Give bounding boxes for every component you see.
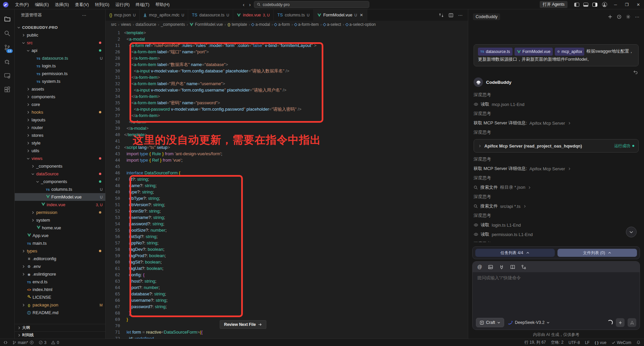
workflow-icon[interactable] — [521, 265, 526, 270]
tree-item-api[interactable]: api — [15, 47, 105, 54]
open-agents-button[interactable]: 打开 Agents — [540, 1, 568, 8]
code-line-63[interactable]: 63 host?: string; — [106, 278, 468, 284]
command-search-input[interactable]: codebuddy-pro — [254, 1, 369, 8]
tree-item-src[interactable]: src — [15, 39, 105, 47]
chat-step[interactable]: 读取mcp.json L1-End — [474, 100, 639, 109]
tree-item-App.vue[interactable]: App.vue — [15, 232, 105, 239]
tree-item-index.html[interactable]: <>index.html — [15, 286, 105, 293]
code-line-64[interactable]: 64 port?: number; — [106, 284, 468, 291]
chat-step[interactable]: 深度思考 — [474, 239, 639, 242]
explorer-more-icon[interactable]: ⋯ — [82, 13, 87, 18]
editor-tab-mcp_apifox.mdc[interactable]: mcp_apifox.mdcU — [140, 9, 188, 21]
toggle-sidebar-icon[interactable] — [574, 3, 579, 7]
code-line-54[interactable]: 54 password?: string; — [106, 221, 468, 227]
tree-item-_components[interactable]: _components — [15, 178, 105, 185]
code-line-33[interactable]: 33 <a-input v-model:value="form.config.u… — [106, 87, 468, 93]
breadcrumb-item-a-select[interactable]: a-select — [323, 22, 341, 27]
chat-step[interactable]: 搜索文件根目录 *.json — [474, 183, 639, 192]
close-tab-icon[interactable]: ✕ — [360, 13, 363, 17]
menu-item[interactable]: 编辑(E) — [32, 2, 52, 7]
code-line-58[interactable]: 58 tagDev?: boolean; — [106, 246, 468, 252]
code-line-50[interactable]: 50 dbType?: string; — [106, 195, 468, 201]
chat-step[interactable]: 获取 MCP Server 详细信息:Apifox Mcp Server — [474, 118, 639, 128]
panel-title[interactable]: CodeBuddy — [473, 13, 500, 20]
chat-step[interactable]: 深度思考 — [474, 90, 639, 100]
code-line-46[interactable]: 46 interface DataSourceForm { — [106, 170, 468, 176]
undo-icon[interactable] — [633, 70, 638, 75]
tree-item-CODEBUDDY-PRO[interactable]: CODEBUDDY-PRO — [15, 23, 105, 31]
menu-item[interactable]: 运行(R) — [112, 2, 132, 7]
code-line-43[interactable]: 43 import type { Rule } from 'ant-design… — [106, 151, 468, 157]
model-selector[interactable]: DeepSeek-V3.2 — [507, 320, 550, 325]
code-line-29[interactable]: 29 <a-form-item label="数据库名" name="datab… — [106, 61, 468, 68]
code-line-65[interactable]: 65 database?: string; — [106, 291, 468, 297]
tree-item-_components[interactable]: _components — [15, 162, 105, 170]
cursor-position[interactable]: 行 19, 列 67 — [525, 340, 546, 345]
menu-item[interactable]: 选择(S) — [52, 2, 72, 7]
code-line-45[interactable]: 45 — [106, 163, 468, 170]
enhance-prompt-button[interactable] — [616, 318, 625, 327]
code-line-35[interactable]: 35 <a-form-item label="密码" name="passwor… — [106, 100, 468, 106]
editor-more-icon[interactable]: ⋯ — [458, 13, 463, 18]
code-line-51[interactable]: 51 dbVersion?: string; — [106, 201, 468, 208]
breadcrumb-item-template[interactable]: {}template — [227, 22, 247, 27]
code-editor[interactable]: 1<template>2 <a-modal11 <a-form ref="rul… — [106, 28, 468, 339]
tree-item-layouts[interactable]: layouts — [15, 116, 105, 124]
code-line-34[interactable]: 34 </a-form-item> — [106, 93, 468, 100]
chat-step[interactable]: 搜索文件src/api *.ts — [474, 201, 639, 211]
tree-item-public[interactable]: public — [15, 31, 105, 39]
tree-item-FormModel.vue[interactable]: FormModel.vueU — [15, 193, 105, 201]
code-line-37[interactable]: 37 </a-form-item> — [106, 112, 468, 119]
tree-item-index.vue[interactable]: index.vue3, U — [15, 201, 105, 209]
tree-item-package.json[interactable]: {}package.jsonM — [15, 301, 105, 309]
code-line-61[interactable]: 61 tagUat?: boolean; — [106, 265, 468, 272]
settings-gear-icon[interactable] — [626, 14, 631, 19]
tree-item-permission.ts[interactable]: TSpermission.ts — [15, 70, 105, 77]
split-editor-icon[interactable] — [448, 13, 453, 18]
code-line-44[interactable]: 44 import type { Ref } from 'vue'; — [106, 157, 468, 163]
editor-tab-mcp.json[interactable]: {}mcp.jsonU — [106, 9, 140, 21]
sidebar-section-时间线[interactable]: 时间线 — [15, 331, 105, 339]
code-line-31[interactable]: 31 </a-form-item> — [106, 74, 468, 80]
code-line-39[interactable]: 39 </a-modal> — [106, 125, 468, 131]
code-line-56[interactable]: 56 initSql?: string; — [106, 233, 468, 240]
mcp-tool-call[interactable]: Apifox Mcp Server (read_project_oas_hqwd… — [474, 139, 639, 153]
tree-item-.env[interactable]: ⚙.env — [15, 263, 105, 270]
code-line-57[interactable]: 57 appNo?: string; — [106, 240, 468, 246]
tree-item-home.vue[interactable]: home.vue — [15, 224, 105, 232]
code-line-47[interactable]: 47 id?: string; — [106, 176, 468, 182]
breadcrumb-item-dataSource[interactable]: dataSource — [136, 22, 156, 27]
eol[interactable]: LF — [585, 340, 590, 345]
tree-item-assets[interactable]: assets — [15, 85, 105, 93]
chat-step[interactable]: 深度思考 — [474, 211, 639, 220]
code-line-68[interactable]: 68 }; — [106, 310, 468, 316]
code-line-69[interactable]: 69 } — [106, 316, 468, 323]
tree-item-dataSource[interactable]: dataSource — [15, 170, 105, 178]
chat-step[interactable]: 深度思考 — [474, 155, 639, 164]
minimize-button[interactable]: ─ — [610, 0, 621, 9]
code-line-52[interactable]: 52 connStr?: string; — [106, 208, 468, 214]
code-line-71[interactable]: 71 let form = reactive<DataSourceForm>({ — [106, 329, 468, 335]
warning-count[interactable]: 0 — [51, 340, 59, 345]
menu-item[interactable]: 转到(G) — [92, 2, 112, 7]
docs-icon[interactable] — [510, 265, 515, 270]
tree-item-types[interactable]: types — [15, 247, 105, 255]
chat-step[interactable]: 深度思考 — [474, 128, 639, 137]
tree-item-hooks[interactable]: hooks — [15, 108, 105, 116]
chat-step[interactable]: 深度思考 — [474, 109, 639, 118]
code-line-62[interactable]: 62 config: { — [106, 272, 468, 278]
tree-item-.eslintignore[interactable]: ◉.eslintignore — [15, 270, 105, 278]
extensions-icon[interactable] — [0, 82, 15, 97]
code-line-32[interactable]: 32 <a-form-item label="用户名" name="userna… — [106, 80, 468, 87]
menu-item[interactable]: 查看(V) — [72, 2, 92, 7]
code-line-48[interactable]: 48 name?: string; — [106, 182, 468, 189]
tree-item-permission[interactable]: permission — [15, 209, 105, 216]
tree-item-system[interactable]: system — [15, 216, 105, 224]
toggle-secondary-sidebar-icon[interactable] — [592, 3, 597, 7]
open-changes-icon[interactable] — [439, 13, 444, 18]
context-chip-FormModel.vue[interactable]: FormModel.vue — [515, 48, 553, 56]
code-line-70[interactable]: 70 — [106, 323, 468, 329]
breadcrumb-item-src[interactable]: src — [111, 22, 116, 27]
menu-item[interactable]: 文件(F) — [12, 2, 32, 7]
code-line-1[interactable]: 1<template> — [106, 30, 468, 36]
